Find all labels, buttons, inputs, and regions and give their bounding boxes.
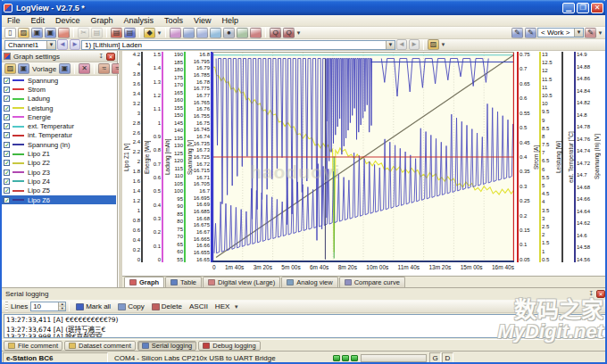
legend-row-lipo-z5[interactable]: ✓Lipo Z5 [2,186,116,195]
close-panel-icon[interactable]: ✕ [596,290,605,298]
checkbox-icon[interactable]: ✓ [4,160,10,166]
folder-icon[interactable]: ▨ [428,39,439,50]
timer-icon[interactable]: ● [223,28,235,38]
minimize-button[interactable]: ▁ [562,3,575,13]
chevron-down-icon[interactable]: ▼ [386,41,395,49]
delete-button[interactable]: Delete [149,302,185,312]
tab-graph[interactable]: Graph [124,277,164,287]
menu-analysis[interactable]: Analysis [119,15,160,27]
legend-row-ladung[interactable]: ✓Ladung [2,95,116,103]
tools-yellow-icon[interactable]: ◆ [144,28,155,38]
tab-dataset-comment[interactable]: Dataset comment [64,341,136,351]
tab-digital-view-large[interactable]: Digital view (Large) [203,277,280,287]
record-pen-icon[interactable]: ✎ [525,28,536,38]
tab-compare-curve[interactable]: Compare curve [339,277,405,287]
checkbox-icon[interactable]: ✓ [4,142,10,148]
legend-row-spannung-in[interactable]: ✓Spannung (In) [2,140,116,149]
legend-row-lipo-z6[interactable]: ✓Lipo Z6 [2,195,116,204]
legend-row-lipo-z3[interactable]: ✓Lipo Z3 [2,168,116,177]
connect-pen-icon[interactable]: ✎ [511,28,523,38]
legend-row-energie[interactable]: ✓Energie [2,112,116,121]
plot-area[interactable]: haoduoyi [212,52,514,262]
chevron-down-icon[interactable]: ▼ [597,30,603,36]
checkbox-icon[interactable]: ✓ [4,132,10,138]
menu-graph[interactable]: Graph [86,15,119,27]
session-combobox[interactable]: 1) [Lithium] Laden ▼ [81,40,395,50]
copy-button[interactable]: Copy [115,302,147,312]
vorlage-label[interactable]: Vorlage [32,65,56,73]
checkbox-icon[interactable]: ✓ [4,187,10,194]
legend-row-int-temperatur[interactable]: ✓int. Temperatur [2,131,116,140]
save-as-template-icon[interactable]: ▣ [59,63,71,74]
export-icon[interactable] [58,28,70,38]
open-file-icon[interactable]: ▨ [18,28,29,38]
title-bar[interactable]: LogView - V2.7.5 * ▁ ❐ ✕ [0,0,607,15]
checkbox-icon[interactable]: ✓ [4,114,10,120]
zoom-in-icon[interactable]: Q [270,28,281,38]
checkbox-icon[interactable]: ✓ [4,78,10,84]
mark-all-button[interactable]: Mark all [73,302,113,312]
pin-icon[interactable]: ↧ [587,290,595,298]
menu-file[interactable]: File [2,15,26,27]
curve-cross-icon[interactable]: ✕ [79,63,90,74]
g-indicator[interactable]: G [429,352,441,363]
save-all-icon[interactable]: ▣ [45,28,56,38]
menu-edit[interactable]: Edit [26,15,51,27]
tab-serial-logging[interactable]: Serial logging [137,341,196,351]
chevron-down-icon[interactable]: ▼ [156,30,162,36]
tab-debug-logging[interactable]: Debug logging [198,341,260,351]
checkbox-icon[interactable]: ✓ [4,170,10,176]
toolbar-grip[interactable] [5,302,8,311]
open-template-icon[interactable]: ▨ [4,63,16,74]
legend-row-strom[interactable]: ✓Strom [2,85,116,94]
close-button[interactable]: ✕ [591,3,603,13]
zoom-out-icon[interactable]: Q [283,28,295,38]
legend-row-lipo-z4[interactable]: ✓Lipo Z4 [2,177,116,186]
new-file-icon[interactable]: ▯ [4,28,16,38]
pin-icon[interactable]: ↧ [97,53,105,61]
import-device-data-icon[interactable]: ▤ [111,28,122,38]
close-panel-icon[interactable]: ✕ [106,53,115,61]
legend-row-lipo-z1[interactable]: ✓Lipo Z1 [2,149,116,158]
menu-view[interactable]: View [188,15,216,27]
restore-button[interactable]: ❐ [577,3,589,13]
checkbox-icon[interactable]: ✓ [4,105,10,112]
next-session-arrow-icon[interactable]: ► [409,39,420,50]
legend-row-ext-temperatur[interactable]: ✓ext. Temperatur [2,121,116,130]
next-channel-arrow-icon[interactable]: ► [70,39,80,50]
menu-tools[interactable]: Tools [159,15,188,27]
stepper-down-icon[interactable]: ▼ [59,307,65,311]
device-monitor-icon[interactable] [237,28,248,38]
tab-file-comment[interactable]: File comment [4,341,62,351]
disconnect-pen-icon[interactable]: ✎ [585,28,596,38]
checkbox-icon[interactable]: ✓ [4,87,10,93]
import-file-data-icon[interactable]: ▤ [124,28,136,38]
curve-scale-icon[interactable]: ≈ [98,63,110,74]
lines-stepper[interactable]: 10 ▲ ▼ [30,302,66,311]
chevron-down-icon[interactable]: ▼ [46,41,55,49]
legend-row-spannung[interactable]: ✓Spannung [2,76,116,85]
save-icon[interactable]: ▣ [31,28,43,38]
hex-button[interactable]: HEX [212,302,232,312]
table-view-icon[interactable] [210,28,221,38]
prev-session-arrow-icon[interactable]: ◄ [396,39,407,50]
legend-row-lipo-z2[interactable]: ✓Lipo Z2 [2,159,116,168]
checkbox-icon[interactable]: ✓ [4,123,10,129]
checkbox-icon[interactable]: ✓ [4,197,10,203]
window-export-icon[interactable] [196,28,208,38]
tab-analog-view[interactable]: Analog view [281,277,337,287]
serial-log-output[interactable]: 13:27:33,411 [A] €€€€€€€€€€?9)13:27:33,6… [4,314,607,338]
tab-table[interactable]: Table [165,277,202,287]
legend-row-leistung[interactable]: ✓Leistung [2,103,116,112]
curve-tool-icon[interactable] [183,28,195,38]
d-indicator[interactable]: D [442,352,453,363]
stepper-arrows[interactable]: ▲ ▼ [58,302,65,310]
menu-help[interactable]: Help [216,15,244,27]
prev-channel-arrow-icon[interactable]: ◄ [57,39,68,50]
channel-combobox[interactable]: Channel1 ▼ [4,40,56,50]
chevron-down-icon[interactable]: ▼ [440,42,446,47]
flag-marker-icon[interactable] [250,28,262,38]
menu-device[interactable]: Device [50,15,86,27]
ascii-button[interactable]: ASCII [187,302,211,312]
checkbox-icon[interactable]: ✓ [4,151,10,157]
